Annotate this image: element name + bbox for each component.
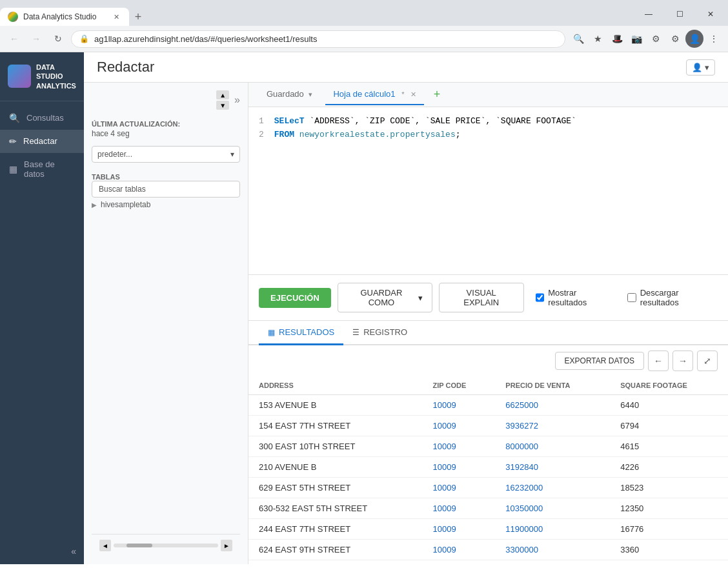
scroll-thumb <box>126 544 152 547</box>
show-results-checkbox[interactable] <box>536 293 545 302</box>
table-item-hivesampletab[interactable]: ▶ hivesampletab <box>92 198 240 212</box>
table-cell: 300 EAST 10TH STREET <box>248 436 423 457</box>
edit-icon: ✏ <box>9 136 17 147</box>
col-zipcode: ZIP CODE <box>423 376 496 395</box>
search-icon[interactable]: 🔍 <box>569 30 587 48</box>
table-cell: 165 AVENUE B <box>248 560 423 565</box>
reload-button[interactable]: ↻ <box>49 30 67 48</box>
editor-results: Guardado ▾ Hoja de cálculo1 * ✕ + 1 SELe… <box>248 83 728 564</box>
table-cell: 629 EAST 5TH STREET <box>248 478 423 498</box>
table-toolbar: EXPORTAR DATOS ← → ⤢ <box>248 345 728 376</box>
table-cell: 16776 <box>610 519 728 540</box>
bookmark-icon[interactable]: ★ <box>589 30 607 48</box>
extension-icon[interactable]: 🎩 <box>608 30 626 48</box>
save-as-button[interactable]: GUARDAR COMO ▾ <box>338 283 432 312</box>
editor-tabs-bar: Guardado ▾ Hoja de cálculo1 * ✕ + <box>248 83 728 107</box>
keyword-from: FROM <box>274 128 294 142</box>
table-row: 165 AVENUE B1000972150005608 <box>248 560 728 565</box>
export-data-button[interactable]: EXPORTAR DATOS <box>555 352 644 370</box>
download-results-group: Descargar resultados <box>627 288 718 307</box>
table-cell: 153 AVENUE B <box>248 395 423 416</box>
scroll-up-button[interactable]: ▲ <box>216 90 229 99</box>
scroll-down-button[interactable]: ▼ <box>216 101 229 110</box>
sql-tablename: newyorkrealestate.propertysales <box>299 128 456 142</box>
add-tab-button[interactable]: + <box>429 87 445 103</box>
screenshot-icon[interactable]: 📷 <box>627 30 645 48</box>
minimize-button[interactable]: — <box>634 5 663 23</box>
table-cell: 10009 <box>423 560 496 565</box>
table-cell: 210 AVENUE B <box>248 457 423 478</box>
results-table-scroll[interactable]: ADDRESS ZIP CODE PRECIO DE VENTA SQUARE … <box>248 376 728 564</box>
table-cell: 7215000 <box>495 560 610 565</box>
scroll-right-button[interactable]: ► <box>221 540 232 551</box>
close-tab-button[interactable]: ✕ <box>111 12 121 22</box>
panel-collapse-row: ▲ ▼ » <box>92 90 240 110</box>
table-row: 244 EAST 7TH STREET100091190000016776 <box>248 519 728 540</box>
execute-button[interactable]: EJECUCIÓN <box>259 288 331 308</box>
settings-icon[interactable]: ⚙ <box>666 30 684 48</box>
visual-explain-button[interactable]: VISUAL EXPLAIN <box>439 283 524 312</box>
tables-section: TABLAS Buscar tablas ▶ hivesampletab <box>92 170 240 212</box>
sidebar: DATA STUDIO ANALYTICS 🔍 Consultas ✏ Reda… <box>0 52 84 564</box>
show-results-group: Mostrar resultados <box>536 288 616 307</box>
addon-icon[interactable]: ⚙ <box>647 30 665 48</box>
table-cell: 6794 <box>610 416 728 436</box>
panel-collapse-button[interactable]: » <box>234 94 240 106</box>
table-expand-icon: ▶ <box>92 201 97 209</box>
tab-bar: Data Analytics Studio ✕ + — ☐ ✕ <box>0 0 728 26</box>
sidebar-item-basedatos[interactable]: ▦ Base de datos <box>0 153 84 185</box>
profile-button[interactable]: 👤 <box>685 30 703 48</box>
favicon-icon <box>8 12 18 22</box>
line-number-2: 2 <box>259 128 264 142</box>
table-cell: 8000000 <box>495 436 610 457</box>
page-title: Redactar <box>97 59 154 76</box>
menu-icon[interactable]: ⋮ <box>705 30 723 48</box>
browser-tab[interactable]: Data Analytics Studio ✕ <box>0 8 129 26</box>
scroll-up-down: ▲ ▼ <box>216 90 229 110</box>
table-cell: 4226 <box>610 457 728 478</box>
table-cell: 630-532 EAST 5TH STREET <box>248 498 423 519</box>
table-cell: 10009 <box>423 519 496 540</box>
download-results-label: Descargar resultados <box>640 288 718 307</box>
back-button[interactable]: ← <box>5 30 23 48</box>
search-tables-button[interactable]: Buscar tablas <box>92 181 240 198</box>
tab-hoja1[interactable]: Hoja de cálculo1 * ✕ <box>325 84 424 105</box>
table-cell: 10350000 <box>495 498 610 519</box>
sql-cols: `ADDRESS`, `ZIP CODE`, `SALE PRICE`, `SQ… <box>305 115 576 128</box>
next-page-button[interactable]: → <box>672 351 693 371</box>
sidebar-item-redactar[interactable]: ✏ Redactar <box>0 130 84 153</box>
table-row: 210 AVENUE B1000931928404226 <box>248 457 728 478</box>
table-body: 153 AVENUE B1000966250006440154 EAST 7TH… <box>248 395 728 565</box>
col-address: ADDRESS <box>248 376 423 395</box>
left-panel: ▲ ▼ » ÚLTIMA ACTUALIZACIÓN: hace 4 seg p… <box>84 83 248 564</box>
tab-guardado[interactable]: Guardado ▾ <box>259 84 320 105</box>
close-tab-hoja1-button[interactable]: ✕ <box>410 90 416 98</box>
address-bar[interactable]: 🔒 ag1llap.azurehdinsight.net/das/#/queri… <box>71 30 565 48</box>
search-icon: 🔍 <box>9 113 20 123</box>
prev-page-button[interactable]: ← <box>648 351 669 371</box>
window-controls: — ☐ ✕ <box>634 5 728 26</box>
tab-registro[interactable]: ☰ REGISTRO <box>343 321 416 345</box>
address-text: ag1llap.azurehdinsight.net/das/#/queries… <box>94 34 557 44</box>
bottom-scrollbar: ◄ ► <box>92 534 240 556</box>
expand-results-button[interactable]: ⤢ <box>697 351 718 371</box>
sql-editor[interactable]: 1 SELecT `ADDRESS`, `ZIP CODE`, `SALE PR… <box>248 107 728 275</box>
table-cell: 6440 <box>610 395 728 416</box>
sidebar-nav: 🔍 Consultas ✏ Redactar ▦ Base de datos <box>0 101 84 538</box>
sidebar-collapse[interactable]: « <box>0 538 84 564</box>
sidebar-item-consultas[interactable]: 🔍 Consultas <box>0 107 84 130</box>
new-tab-button[interactable]: + <box>129 8 147 26</box>
last-update-label: ÚLTIMA ACTUALIZACIÓN: <box>92 120 240 128</box>
forward-button[interactable]: → <box>27 30 45 48</box>
preset-dropdown[interactable]: predeter... ▾ <box>92 146 240 163</box>
user-menu-button[interactable]: 👤 ▾ <box>686 59 715 76</box>
table-cell: 16232000 <box>495 478 610 498</box>
maximize-button[interactable]: ☐ <box>665 5 694 23</box>
preset-value: predeter... <box>97 150 132 159</box>
table-cell: 3936272 <box>495 416 610 436</box>
close-window-button[interactable]: ✕ <box>696 5 725 23</box>
line-number-1: 1 <box>259 115 264 128</box>
scroll-left-button[interactable]: ◄ <box>99 540 111 551</box>
download-results-checkbox[interactable] <box>627 293 636 302</box>
tab-resultados[interactable]: ▦ RESULTADOS <box>259 321 343 345</box>
